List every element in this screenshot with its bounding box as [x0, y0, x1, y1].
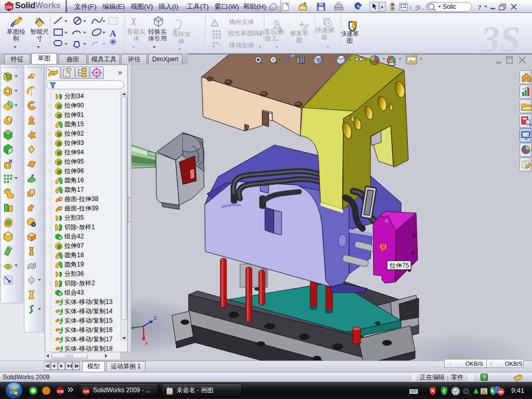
svg-text:拉伸75: 拉伸75	[389, 262, 409, 269]
svg-text:Z: Z	[154, 315, 157, 321]
svg-text:3S: 3S	[481, 19, 521, 54]
svg-text:?: ?	[478, 3, 482, 11]
svg-text:少..: 少..	[415, 4, 424, 10]
svg-text:SW: SW	[83, 389, 89, 394]
svg-text:Solic: Solic	[443, 3, 456, 10]
svg-text:A: A	[110, 29, 116, 38]
svg-text:!: !	[214, 21, 216, 26]
svg-text:X: X	[145, 341, 148, 346]
svg-text:SW: SW	[57, 389, 64, 394]
svg-text:SW: SW	[5, 5, 13, 10]
